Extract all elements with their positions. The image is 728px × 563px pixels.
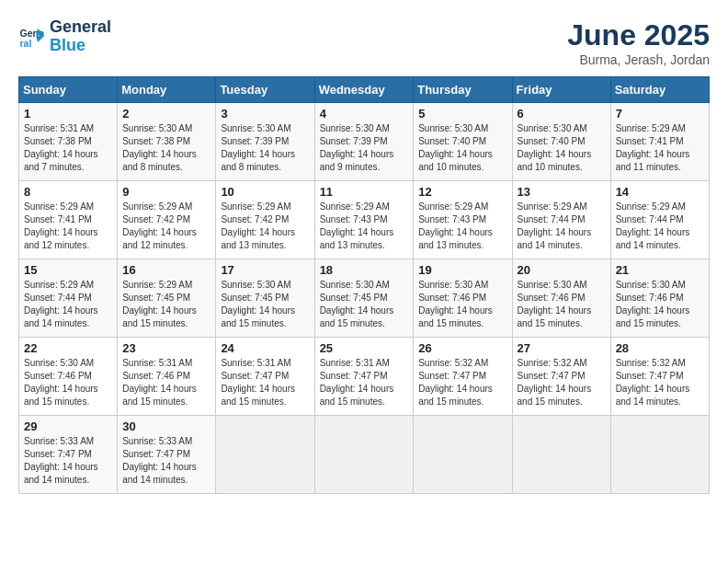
calendar-cell: 24Sunrise: 5:31 AM Sunset: 7:47 PM Dayli… bbox=[216, 338, 314, 416]
day-info: Sunrise: 5:30 AM Sunset: 7:46 PM Dayligh… bbox=[24, 357, 112, 408]
day-number: 1 bbox=[24, 107, 112, 121]
day-info: Sunrise: 5:32 AM Sunset: 7:47 PM Dayligh… bbox=[418, 357, 506, 408]
calendar-cell: 6Sunrise: 5:30 AM Sunset: 7:40 PM Daylig… bbox=[512, 103, 610, 181]
day-info: Sunrise: 5:30 AM Sunset: 7:40 PM Dayligh… bbox=[418, 122, 506, 174]
day-number: 15 bbox=[24, 263, 112, 277]
calendar-cell: 10Sunrise: 5:29 AM Sunset: 7:42 PM Dayli… bbox=[216, 181, 314, 259]
day-number: 21 bbox=[616, 263, 704, 277]
title-area: June 2025 Burma, Jerash, Jordan bbox=[567, 18, 710, 67]
calendar-cell: 20Sunrise: 5:30 AM Sunset: 7:46 PM Dayli… bbox=[512, 259, 610, 338]
day-number: 8 bbox=[24, 185, 112, 199]
calendar-week-3: 15Sunrise: 5:29 AM Sunset: 7:44 PM Dayli… bbox=[19, 259, 710, 338]
day-info: Sunrise: 5:30 AM Sunset: 7:38 PM Dayligh… bbox=[122, 122, 210, 174]
calendar-cell bbox=[512, 416, 610, 494]
calendar-cell: 26Sunrise: 5:32 AM Sunset: 7:47 PM Dayli… bbox=[414, 338, 512, 416]
calendar-cell: 9Sunrise: 5:29 AM Sunset: 7:42 PM Daylig… bbox=[118, 181, 216, 259]
day-number: 23 bbox=[122, 341, 210, 355]
calendar-cell: 27Sunrise: 5:32 AM Sunset: 7:47 PM Dayli… bbox=[512, 338, 610, 416]
day-number: 9 bbox=[122, 185, 210, 199]
day-number: 30 bbox=[122, 419, 210, 433]
day-number: 17 bbox=[221, 263, 309, 277]
day-number: 14 bbox=[616, 185, 704, 199]
day-info: Sunrise: 5:29 AM Sunset: 7:41 PM Dayligh… bbox=[24, 201, 112, 252]
calendar-cell: 29Sunrise: 5:33 AM Sunset: 7:47 PM Dayli… bbox=[19, 416, 118, 494]
day-number: 28 bbox=[616, 341, 704, 355]
day-number: 6 bbox=[518, 107, 606, 121]
calendar-cell bbox=[314, 416, 414, 494]
day-number: 4 bbox=[320, 107, 409, 121]
day-info: Sunrise: 5:30 AM Sunset: 7:46 PM Dayligh… bbox=[616, 279, 704, 330]
calendar-cell: 23Sunrise: 5:31 AM Sunset: 7:46 PM Dayli… bbox=[118, 338, 216, 416]
column-header-saturday: Saturday bbox=[610, 77, 709, 103]
day-number: 13 bbox=[518, 185, 606, 199]
day-number: 22 bbox=[24, 341, 112, 355]
day-info: Sunrise: 5:32 AM Sunset: 7:47 PM Dayligh… bbox=[616, 357, 704, 408]
day-info: Sunrise: 5:29 AM Sunset: 7:44 PM Dayligh… bbox=[518, 201, 606, 252]
day-info: Sunrise: 5:30 AM Sunset: 7:46 PM Dayligh… bbox=[418, 279, 506, 330]
day-info: Sunrise: 5:30 AM Sunset: 7:40 PM Dayligh… bbox=[518, 122, 606, 174]
calendar-cell: 1Sunrise: 5:31 AM Sunset: 7:38 PM Daylig… bbox=[19, 103, 118, 181]
column-header-tuesday: Tuesday bbox=[216, 77, 314, 103]
day-info: Sunrise: 5:31 AM Sunset: 7:47 PM Dayligh… bbox=[221, 357, 309, 408]
calendar-cell: 14Sunrise: 5:29 AM Sunset: 7:44 PM Dayli… bbox=[610, 181, 709, 259]
day-number: 5 bbox=[418, 107, 506, 121]
day-number: 18 bbox=[320, 263, 409, 277]
day-info: Sunrise: 5:33 AM Sunset: 7:47 PM Dayligh… bbox=[24, 435, 112, 487]
day-info: Sunrise: 5:29 AM Sunset: 7:44 PM Dayligh… bbox=[24, 279, 112, 330]
logo-text-line2: Blue bbox=[50, 37, 111, 55]
day-info: Sunrise: 5:30 AM Sunset: 7:45 PM Dayligh… bbox=[320, 279, 409, 330]
day-number: 7 bbox=[616, 107, 704, 121]
calendar-cell: 18Sunrise: 5:30 AM Sunset: 7:45 PM Dayli… bbox=[314, 259, 414, 338]
day-info: Sunrise: 5:32 AM Sunset: 7:47 PM Dayligh… bbox=[518, 357, 606, 408]
calendar-cell: 8Sunrise: 5:29 AM Sunset: 7:41 PM Daylig… bbox=[19, 181, 118, 259]
day-info: Sunrise: 5:29 AM Sunset: 7:45 PM Dayligh… bbox=[122, 279, 210, 330]
logo-text-line1: General bbox=[50, 18, 111, 37]
day-number: 20 bbox=[518, 263, 606, 277]
calendar-cell: 11Sunrise: 5:29 AM Sunset: 7:43 PM Dayli… bbox=[314, 181, 414, 259]
day-number: 12 bbox=[418, 185, 506, 199]
calendar-header-row: SundayMondayTuesdayWednesdayThursdayFrid… bbox=[19, 77, 710, 103]
calendar-week-2: 8Sunrise: 5:29 AM Sunset: 7:41 PM Daylig… bbox=[19, 181, 710, 259]
day-info: Sunrise: 5:31 AM Sunset: 7:46 PM Dayligh… bbox=[122, 357, 210, 408]
day-info: Sunrise: 5:29 AM Sunset: 7:43 PM Dayligh… bbox=[320, 201, 409, 252]
day-number: 27 bbox=[518, 341, 606, 355]
day-info: Sunrise: 5:29 AM Sunset: 7:44 PM Dayligh… bbox=[616, 201, 704, 252]
day-info: Sunrise: 5:31 AM Sunset: 7:47 PM Dayligh… bbox=[320, 357, 409, 408]
day-info: Sunrise: 5:30 AM Sunset: 7:39 PM Dayligh… bbox=[221, 122, 309, 174]
calendar-cell: 13Sunrise: 5:29 AM Sunset: 7:44 PM Dayli… bbox=[512, 181, 610, 259]
page-header: Gene ral General Blue June 2025 Burma, J… bbox=[18, 18, 710, 67]
column-header-sunday: Sunday bbox=[19, 77, 118, 103]
column-header-monday: Monday bbox=[118, 77, 216, 103]
day-number: 2 bbox=[122, 107, 210, 121]
calendar-cell: 16Sunrise: 5:29 AM Sunset: 7:45 PM Dayli… bbox=[118, 259, 216, 338]
calendar-table: SundayMondayTuesdayWednesdayThursdayFrid… bbox=[18, 76, 710, 494]
day-number: 16 bbox=[122, 263, 210, 277]
day-number: 25 bbox=[320, 341, 409, 355]
logo: Gene ral General Blue bbox=[18, 18, 111, 55]
day-info: Sunrise: 5:31 AM Sunset: 7:38 PM Dayligh… bbox=[24, 122, 112, 174]
day-number: 26 bbox=[418, 341, 506, 355]
calendar-cell: 22Sunrise: 5:30 AM Sunset: 7:46 PM Dayli… bbox=[19, 338, 118, 416]
calendar-cell: 28Sunrise: 5:32 AM Sunset: 7:47 PM Dayli… bbox=[610, 338, 709, 416]
day-number: 3 bbox=[221, 107, 309, 121]
day-number: 11 bbox=[320, 185, 409, 199]
day-number: 24 bbox=[221, 341, 309, 355]
calendar-cell: 17Sunrise: 5:30 AM Sunset: 7:45 PM Dayli… bbox=[216, 259, 314, 338]
column-header-friday: Friday bbox=[512, 77, 610, 103]
calendar-cell bbox=[610, 416, 709, 494]
day-info: Sunrise: 5:29 AM Sunset: 7:43 PM Dayligh… bbox=[418, 201, 506, 252]
calendar-cell: 15Sunrise: 5:29 AM Sunset: 7:44 PM Dayli… bbox=[19, 259, 118, 338]
day-info: Sunrise: 5:29 AM Sunset: 7:42 PM Dayligh… bbox=[221, 201, 309, 252]
calendar-cell: 25Sunrise: 5:31 AM Sunset: 7:47 PM Dayli… bbox=[314, 338, 414, 416]
day-info: Sunrise: 5:30 AM Sunset: 7:39 PM Dayligh… bbox=[320, 122, 409, 174]
calendar-cell: 30Sunrise: 5:33 AM Sunset: 7:47 PM Dayli… bbox=[118, 416, 216, 494]
day-info: Sunrise: 5:29 AM Sunset: 7:42 PM Dayligh… bbox=[122, 201, 210, 252]
calendar-cell: 2Sunrise: 5:30 AM Sunset: 7:38 PM Daylig… bbox=[118, 103, 216, 181]
calendar-week-1: 1Sunrise: 5:31 AM Sunset: 7:38 PM Daylig… bbox=[19, 103, 710, 181]
calendar-week-4: 22Sunrise: 5:30 AM Sunset: 7:46 PM Dayli… bbox=[19, 338, 710, 416]
calendar-week-5: 29Sunrise: 5:33 AM Sunset: 7:47 PM Dayli… bbox=[19, 416, 710, 494]
day-number: 19 bbox=[418, 263, 506, 277]
column-header-wednesday: Wednesday bbox=[314, 77, 414, 103]
month-title: June 2025 bbox=[567, 18, 710, 52]
day-info: Sunrise: 5:33 AM Sunset: 7:47 PM Dayligh… bbox=[122, 435, 210, 487]
